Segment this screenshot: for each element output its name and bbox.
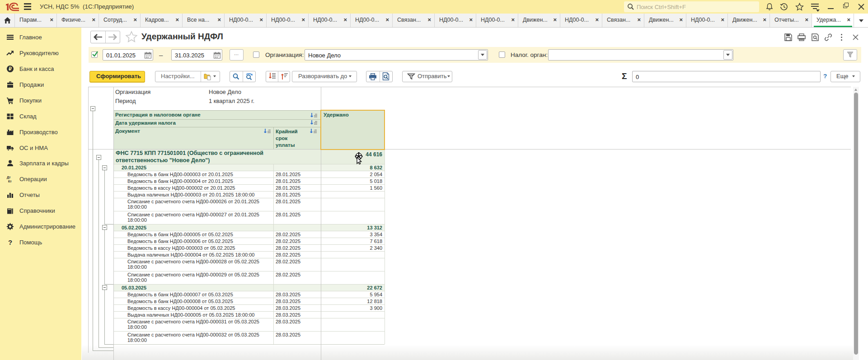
svg-text:₽: ₽: [9, 66, 12, 71]
svg-text:Кт: Кт: [8, 180, 12, 183]
svg-text:?: ?: [8, 238, 12, 246]
svg-text:Дт: Дт: [7, 176, 11, 179]
